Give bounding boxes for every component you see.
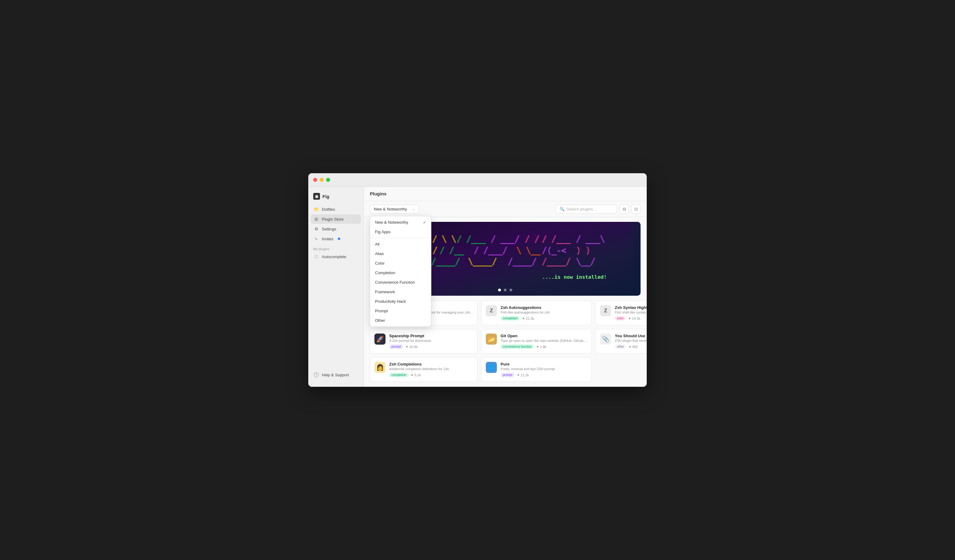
sidebar-item-label: Invites (322, 236, 333, 241)
dropdown-item-other[interactable]: Other (370, 316, 431, 325)
dropdown-menu: New & Noteworthy ✓ Fig Apps All Alias Co… (370, 216, 431, 327)
dropdown-item-fig-apps[interactable]: Fig Apps (370, 227, 431, 236)
view-settings-button[interactable]: ⊡ (631, 204, 640, 214)
dropdown-item-label: Fig Apps (375, 230, 391, 234)
plugin-card-git-open[interactable]: 📂 Git Open Type git open to open the rep… (481, 329, 592, 354)
svg-text:/____/: /____/ (542, 257, 571, 266)
search-icon: 🔍 (560, 207, 565, 211)
svg-text:....is now installed!: ....is now installed! (542, 274, 607, 280)
plugin-icon-pure: 🌐 (486, 362, 497, 373)
dropdown-item-all[interactable]: All (370, 239, 431, 249)
dropdown-item-alias[interactable]: Alias (370, 249, 431, 258)
plugin-name: Spaceship Prompt (389, 333, 473, 338)
svg-text:/ /___: / /___ (457, 235, 486, 244)
svg-text:/ /___/: / /___/ (474, 246, 507, 255)
plugin-meta: prompt ★ 11.2k (501, 372, 587, 377)
plugin-name: Zsh Completions (389, 362, 473, 366)
autocomplete-icon: □ (314, 254, 319, 259)
dropdown-item-prompt[interactable]: Prompt (370, 306, 431, 316)
plugin-meta: completion ★ 5.2k (389, 372, 473, 377)
dropdown-item-new-noteworthy[interactable]: New & Noteworthy ✓ (370, 217, 431, 227)
search-box[interactable]: 🔍 Search plugins... (556, 205, 617, 214)
plugin-meta: prompt ★ 16.6k (389, 344, 473, 349)
plugin-info-zsh-completions: Zsh Completions Additional completion de… (389, 362, 473, 377)
search-placeholder: Search plugins... (567, 207, 596, 211)
plugin-desc: Fish-like autosuggestions for zsh (501, 310, 587, 314)
svg-text:) ): ) ) (576, 246, 591, 255)
sidebar-logo: ▣ Fig (308, 192, 363, 205)
svg-text:\____/: \____/ (468, 257, 497, 266)
app-name: Fig (323, 194, 329, 199)
plugin-card-zsh-syntax[interactable]: Z Zsh Syntax Highlighting Fish shell-lik… (595, 300, 647, 325)
plugin-tag: other (615, 344, 626, 349)
svg-text:/(_-<: /(_-< (542, 246, 566, 255)
sidebar-item-label: Autocomplete (322, 255, 346, 259)
plugin-store-icon: ⊞ (314, 217, 319, 222)
dropdown-item-productivity-hack[interactable]: Productivity Hack (370, 297, 431, 306)
toolbar-right: 🔍 Search plugins... ⊟ ⊡ (556, 204, 640, 214)
sidebar-item-label: Settings (322, 227, 336, 232)
plugin-name: Zsh Syntax Highlighting (615, 305, 647, 310)
settings-icon: ⚙ (314, 227, 319, 232)
svg-text:/ /: / / (525, 235, 540, 244)
svg-text:/ /__: / /__ (440, 246, 464, 255)
sidebar-item-invites[interactable]: ⤷ Invites (311, 234, 361, 243)
sidebar-item-plugin-store[interactable]: ⊞ Plugin Store (311, 214, 361, 224)
sidebar-item-dotfiles[interactable]: 📁 Dotfiles (311, 205, 361, 214)
sidebar-item-label: Plugin Store (322, 217, 344, 222)
sidebar-item-label: Help & Support (322, 372, 349, 377)
svg-point-23 (504, 289, 506, 291)
maximize-button[interactable] (326, 178, 330, 182)
svg-text:/____/: /____/ (508, 257, 537, 266)
plugin-card-pure[interactable]: 🌐 Pure Pretty, minimal and fast ZSH prom… (481, 357, 592, 382)
svg-text:/ /___: / /___ (542, 235, 571, 244)
sidebar-nav: 📁 Dotfiles ⊞ Plugin Store ⚙ Settings ⤷ I… (308, 205, 363, 243)
dropdown-item-framework[interactable]: Framework (370, 287, 431, 297)
page-title: Plugins (370, 191, 387, 196)
sidebar-item-settings[interactable]: ⚙ Settings (311, 224, 361, 233)
sidebar-item-help[interactable]: ? Help & Support (311, 370, 361, 379)
sidebar-item-label: Dotfiles (322, 207, 335, 212)
checkmark-icon: ✓ (423, 220, 426, 225)
dropdown-item-label: Alias (375, 251, 384, 256)
plugin-name: Pure (501, 362, 587, 366)
plugin-info-spaceship: Spaceship Prompt A Zsh prompt for Astron… (389, 333, 473, 349)
plugin-card-you-should-use[interactable]: 📎 You Should Use ZSH plugin that reminds… (595, 329, 647, 354)
invites-notification-dot (338, 238, 340, 240)
minimize-button[interactable] (320, 178, 324, 182)
star-icon: ★ (517, 373, 520, 377)
plugin-card-zsh-autosuggestions[interactable]: Z Zsh Autosuggestions Fish-like autosugg… (481, 300, 592, 325)
svg-point-22 (498, 289, 501, 291)
my-plugins-section-title: My plugins (308, 243, 363, 252)
plugin-tag: prompt (501, 372, 514, 377)
dropdown-item-label: Color (375, 261, 385, 266)
plugin-desc: A Zsh prompt for Astronauts (389, 339, 473, 343)
dropdown-item-convenience[interactable]: Convenience Function (370, 278, 431, 287)
plugin-tag: color (615, 316, 626, 321)
plugin-stars: ★ 16.6k (405, 345, 418, 349)
filter-button[interactable]: ⊟ (620, 204, 629, 214)
dropdown-label: New & Noteworthy (374, 207, 407, 211)
plugin-meta: convenience function ★ 2.8k (501, 344, 587, 349)
dropdown-divider (370, 238, 431, 238)
plugin-desc: Additional completion definitions for Zs… (389, 367, 473, 371)
plugin-card-spaceship[interactable]: 🚀 Spaceship Prompt A Zsh prompt for Astr… (370, 329, 478, 354)
dropdown-item-completion[interactable]: Completion (370, 268, 431, 278)
close-button[interactable] (313, 178, 317, 182)
category-dropdown[interactable]: New & Noteworthy ⌄ (370, 205, 419, 214)
dropdown-item-label: Other (375, 318, 385, 323)
sidebar-item-autocomplete[interactable]: □ Autocomplete (311, 252, 361, 261)
plugin-card-zsh-completions[interactable]: 👩 Zsh Completions Additional completion … (370, 357, 478, 382)
toolbar: New & Noteworthy ⌄ New & Noteworthy ✓ Fi… (364, 201, 647, 217)
plugin-stars: ★ 5.2k (411, 373, 421, 377)
plugin-info-zsh-syntax: Zsh Syntax Highlighting Fish shell-like … (615, 305, 647, 321)
plugin-desc: Fish shell-like syntax highlighting for … (615, 310, 647, 314)
dotfiles-icon: 📁 (314, 207, 319, 212)
plugin-desc: Type git open to open the repo website (… (501, 339, 587, 343)
dropdown-item-color[interactable]: Color (370, 258, 431, 268)
svg-text:/ ___/: / ___/ (491, 235, 520, 244)
plugin-stars: ★ 802 (629, 345, 638, 349)
fig-logo-icon: ▣ (313, 193, 320, 200)
plugin-stars: ★ 2.8k (536, 345, 546, 349)
plugin-tag: prompt (389, 344, 403, 349)
